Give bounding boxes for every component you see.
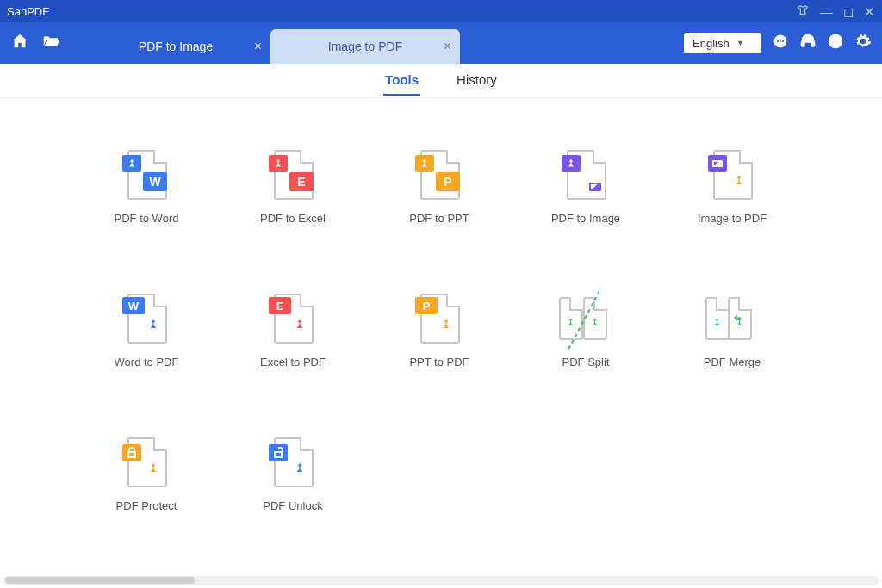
tool-label: PDF Merge <box>704 356 761 368</box>
tool-pdf-to-ppt[interactable]: P PDF to PPT <box>379 150 500 225</box>
toolbar: PDF to Image × Image to PDF × English ▼ <box>0 22 882 64</box>
subnav: Tools History <box>0 64 882 98</box>
horizontal-scrollbar[interactable] <box>3 576 879 585</box>
tool-label: Excel to PDF <box>260 356 326 368</box>
open-folder-icon[interactable] <box>41 32 60 54</box>
svg-rect-5 <box>811 42 814 46</box>
maximize-button[interactable]: ◻ <box>843 5 854 18</box>
tool-label: PDF Unlock <box>263 499 322 512</box>
tool-word-to-pdf[interactable]: W Word to PDF <box>86 294 207 368</box>
titlebar: SanPDF — ◻ ✕ <box>0 0 882 22</box>
account-icon[interactable] <box>827 33 844 53</box>
svg-rect-4 <box>802 42 804 46</box>
home-icon[interactable] <box>10 32 29 54</box>
app-title: SanPDF <box>7 5 796 18</box>
tab-bar: PDF to Image × Image to PDF × <box>81 22 460 64</box>
tool-pdf-to-image[interactable]: PDF to Image <box>525 150 646 225</box>
settings-icon[interactable] <box>854 33 872 53</box>
tool-pdf-merge[interactable]: PDF Merge <box>672 294 792 368</box>
tool-ppt-to-pdf[interactable]: P PPT to PDF <box>379 294 500 368</box>
tool-grid: W PDF to Word E PDF to Excel <box>86 150 830 512</box>
tab-image-to-pdf[interactable]: Image to PDF × <box>270 29 460 64</box>
subnav-tools[interactable]: Tools <box>383 65 420 96</box>
tool-label: PDF to Word <box>115 212 179 225</box>
tool-image-to-pdf[interactable]: Image to PDF <box>672 150 792 225</box>
app-window: SanPDF — ◻ ✕ PDF to Image × Image to <box>0 0 882 588</box>
svg-point-3 <box>782 40 784 42</box>
tool-excel-to-pdf[interactable]: E Excel to PDF <box>233 294 353 368</box>
tool-label: Word to PDF <box>115 356 179 368</box>
content-area: W PDF to Word E PDF to Excel <box>0 98 882 576</box>
tab-close-icon[interactable]: × <box>254 40 262 53</box>
chat-icon[interactable] <box>772 33 789 53</box>
tab-pdf-to-image[interactable]: PDF to Image × <box>81 29 270 64</box>
tool-label: PPT to PDF <box>409 356 469 368</box>
language-select[interactable]: English ▼ <box>684 33 761 53</box>
minimize-button[interactable]: — <box>820 5 833 18</box>
scrollbar-thumb[interactable] <box>5 577 195 584</box>
tab-label: Image to PDF <box>328 40 402 53</box>
tool-label: PDF Split <box>562 356 610 368</box>
tool-pdf-split[interactable]: PDF Split <box>525 294 646 368</box>
tool-pdf-to-excel[interactable]: E PDF to Excel <box>233 150 353 225</box>
svg-point-2 <box>780 40 781 42</box>
close-window-button[interactable]: ✕ <box>864 5 875 18</box>
tool-pdf-unlock[interactable]: PDF Unlock <box>233 437 353 512</box>
svg-point-7 <box>834 38 838 42</box>
svg-point-1 <box>777 40 779 42</box>
tab-close-icon[interactable]: × <box>444 40 451 53</box>
tool-label: PDF to Image <box>551 212 620 225</box>
tool-label: PDF Protect <box>116 499 177 512</box>
tool-label: PDF to PPT <box>409 212 469 225</box>
tool-pdf-to-word[interactable]: W PDF to Word <box>86 150 207 225</box>
tool-label: PDF to Excel <box>260 212 326 225</box>
chevron-down-icon: ▼ <box>736 39 744 47</box>
support-icon[interactable] <box>799 33 817 53</box>
tab-label: PDF to Image <box>139 40 213 53</box>
tool-pdf-protect[interactable]: PDF Protect <box>86 437 207 512</box>
theme-icon[interactable] <box>796 3 810 19</box>
tool-label: Image to PDF <box>698 212 767 225</box>
language-selected: English <box>693 37 730 50</box>
subnav-history[interactable]: History <box>455 65 499 96</box>
